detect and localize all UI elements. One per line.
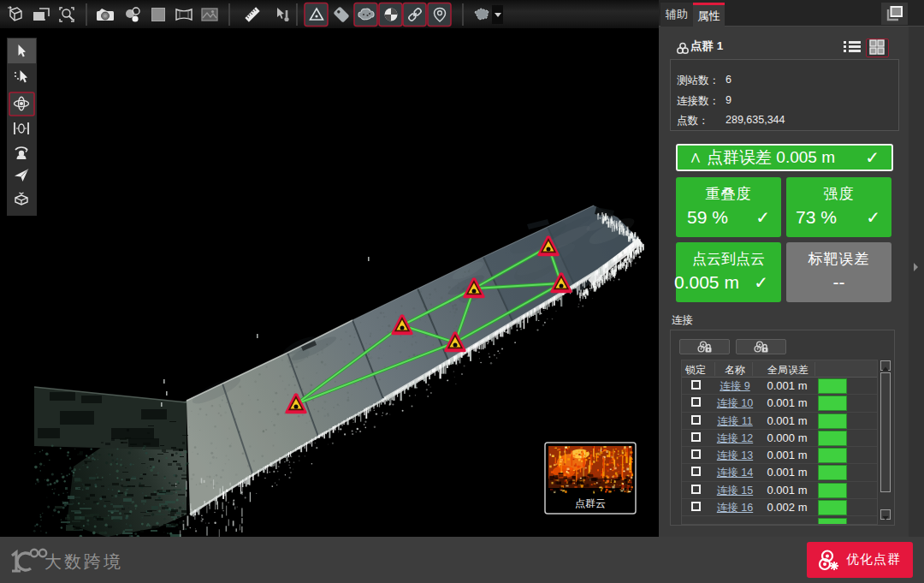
svg-text:点群云: 点群云 (575, 497, 606, 509)
